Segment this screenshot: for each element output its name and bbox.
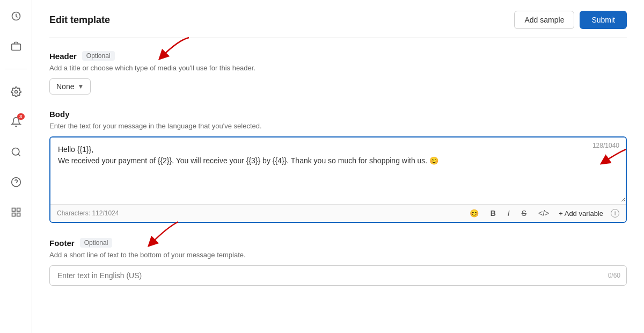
code-button[interactable]: </>	[536, 208, 551, 219]
main-content: Edit template Add sample Submit Header O…	[32, 0, 644, 333]
svg-rect-1	[11, 44, 20, 50]
submit-button[interactable]: Submit	[580, 11, 627, 29]
header-section-header: Header Optional	[49, 51, 627, 61]
footer-section-title: Footer	[49, 238, 75, 248]
chars-label: Characters:	[57, 209, 90, 217]
footer-input[interactable]	[49, 265, 627, 286]
settings-icon[interactable]	[6, 82, 26, 102]
header-buttons: Add sample Submit	[514, 11, 627, 29]
notification-badge: 3	[17, 113, 25, 120]
body-section-desc: Enter the text for your message in the l…	[49, 122, 627, 130]
svg-point-3	[12, 148, 19, 155]
clock-icon[interactable]	[6, 6, 26, 26]
italic-button[interactable]: I	[506, 208, 512, 219]
add-variable-button[interactable]: + Add variable	[559, 209, 603, 218]
svg-rect-7	[12, 208, 15, 212]
emoji-button[interactable]: 😊	[467, 208, 481, 219]
body-char-count-top: 128/1040	[592, 142, 619, 149]
toolbar-right: 😊 B I S </> + Add variable i	[467, 208, 619, 219]
info-icon[interactable]: i	[611, 209, 619, 218]
body-toolbar: Characters: 112/1024 😊 B I S </> + Add v…	[50, 204, 626, 222]
svg-line-4	[18, 154, 20, 156]
footer-section-desc: Add a short line of text to the bottom o…	[49, 251, 627, 259]
panels-icon[interactable]	[6, 202, 26, 222]
page-header: Edit template Add sample Submit	[49, 11, 627, 29]
page-title: Edit template	[49, 15, 110, 26]
select-value: None	[56, 82, 74, 91]
header-section-title: Header	[49, 52, 77, 61]
body-section-header: Body	[49, 110, 627, 119]
svg-point-2	[14, 91, 17, 93]
svg-rect-8	[17, 208, 20, 212]
header-type-select[interactable]: None ▼	[49, 78, 91, 95]
help-icon[interactable]	[6, 172, 26, 192]
search-icon[interactable]	[6, 142, 26, 162]
chevron-down-icon: ▼	[77, 83, 84, 90]
body-textarea-wrapper: Hello {{1}}, We received your payment of…	[49, 136, 627, 223]
header-section: Header Optional Add a title or choose wh…	[49, 51, 627, 95]
footer-section-header: Footer Optional	[49, 238, 627, 248]
footer-input-wrapper: 0/60	[49, 265, 627, 286]
header-divider	[49, 38, 627, 38]
footer-optional-badge: Optional	[80, 238, 113, 248]
strikethrough-button[interactable]: S	[519, 208, 529, 219]
header-section-desc: Add a title or choose which type of medi…	[49, 64, 627, 72]
sidebar-divider	[5, 69, 27, 69]
sidebar: 3	[0, 0, 32, 333]
char-count-display: Characters: 112/1024	[57, 209, 119, 217]
bell-icon[interactable]: 3	[6, 112, 26, 132]
add-sample-button[interactable]: Add sample	[514, 11, 574, 29]
footer-char-count: 0/60	[608, 272, 620, 279]
footer-section: Footer Optional Add a short line of text…	[49, 238, 627, 286]
body-textarea[interactable]: Hello {{1}}, We received your payment of…	[50, 137, 626, 202]
svg-rect-9	[12, 213, 15, 216]
body-section-title: Body	[49, 110, 70, 119]
body-section: Body Enter the text for your message in …	[49, 110, 627, 223]
bold-button[interactable]: B	[488, 208, 498, 219]
chars-value: 112/1024	[92, 209, 119, 217]
svg-rect-10	[17, 213, 20, 216]
briefcase-icon[interactable]	[6, 37, 26, 56]
header-optional-badge: Optional	[82, 51, 115, 61]
